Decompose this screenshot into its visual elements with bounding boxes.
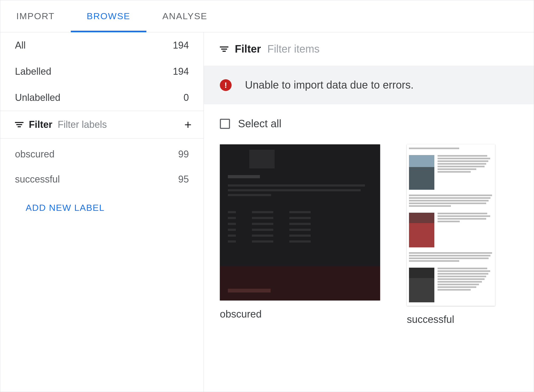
card-successful: successful xyxy=(407,144,495,325)
card-grid: obscured successful xyxy=(204,143,534,331)
filter-icon xyxy=(15,120,24,129)
select-all-checkbox[interactable] xyxy=(220,119,230,129)
label-name: successful xyxy=(15,174,60,185)
stat-count: 0 xyxy=(184,92,189,103)
select-all-label: Select all xyxy=(238,118,281,130)
content-area: Filter ! Unable to import data due to er… xyxy=(204,32,534,392)
label-row-obscured[interactable]: obscured 99 xyxy=(0,142,204,167)
label-name: obscured xyxy=(15,149,54,160)
thumbnail-successful[interactable] xyxy=(407,144,495,306)
sidebar-item-all[interactable]: All 194 xyxy=(0,32,204,58)
tab-browse[interactable]: BROWSE xyxy=(71,0,146,32)
tab-bar: IMPORT BROWSE ANALYSE xyxy=(0,0,534,32)
error-banner: ! Unable to import data due to errors. xyxy=(204,66,534,104)
tab-analyse[interactable]: ANALYSE xyxy=(146,0,223,32)
label-row-successful[interactable]: successful 95 xyxy=(0,167,204,192)
stat-label: All xyxy=(15,40,26,51)
filter-label: Filter xyxy=(235,43,261,55)
stat-count: 194 xyxy=(173,40,189,51)
stat-count: 194 xyxy=(173,66,189,77)
main-area: All 194 Labelled 194 Unlabelled 0 Filter xyxy=(0,32,534,392)
sidebar-item-unlabelled[interactable]: Unlabelled 0 xyxy=(0,85,204,111)
label-count: 95 xyxy=(178,174,189,185)
card-label[interactable]: successful xyxy=(407,314,495,325)
label-count: 99 xyxy=(178,149,189,160)
error-icon: ! xyxy=(220,79,232,91)
thumbnail-obscured[interactable] xyxy=(220,144,380,300)
add-new-label-button[interactable]: ADD NEW LABEL xyxy=(0,192,204,224)
stat-label: Unlabelled xyxy=(15,92,60,103)
label-list: obscured 99 successful 95 ADD NEW LABEL xyxy=(0,138,204,224)
tab-import[interactable]: IMPORT xyxy=(0,0,71,32)
plus-icon[interactable]: + xyxy=(184,118,192,131)
sidebar-item-labelled[interactable]: Labelled 194 xyxy=(0,58,204,85)
filter-labels-input[interactable] xyxy=(58,119,179,130)
filter-items-input[interactable] xyxy=(267,43,403,55)
app-root: IMPORT BROWSE ANALYSE All 194 Labelled 1… xyxy=(0,0,534,392)
card-label[interactable]: obscured xyxy=(220,308,380,320)
select-all-row: Select all xyxy=(204,104,534,143)
sidebar-stats: All 194 Labelled 194 Unlabelled 0 xyxy=(0,32,204,111)
sidebar-filter-row: Filter + xyxy=(0,111,204,138)
filter-icon xyxy=(220,45,228,53)
stat-label: Labelled xyxy=(15,66,51,77)
content-filter-row: Filter xyxy=(204,32,534,66)
card-obscured: obscured xyxy=(220,144,380,325)
filter-label: Filter xyxy=(29,119,52,130)
sidebar: All 194 Labelled 194 Unlabelled 0 Filter xyxy=(0,32,204,392)
error-text: Unable to import data due to errors. xyxy=(245,79,414,91)
